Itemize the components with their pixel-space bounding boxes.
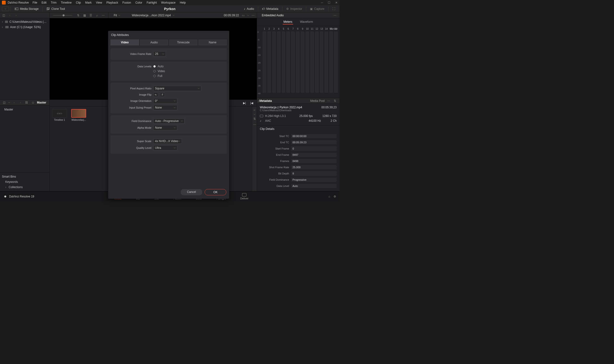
menu-view[interactable]: View xyxy=(96,1,102,4)
clip-item-timeline[interactable]: ▭▭ Timeline 1 xyxy=(52,109,67,121)
chevron-down-icon[interactable] xyxy=(8,102,10,104)
bin-item-master[interactable]: Master xyxy=(0,106,49,113)
menu-mark[interactable]: Mark xyxy=(85,1,92,4)
menu-help[interactable]: Help xyxy=(180,1,186,4)
detail-frames[interactable]: 8498 xyxy=(291,159,337,163)
radio-video[interactable] xyxy=(153,70,156,72)
smart-bin-keywords[interactable]: Keywords xyxy=(2,179,47,184)
flip-v-button[interactable]: ⇵ xyxy=(160,92,165,97)
audio-more-icon[interactable]: ⋯ xyxy=(333,13,337,17)
chevron-down-icon[interactable] xyxy=(254,113,255,115)
audio-channels: 2 Ch xyxy=(331,119,337,122)
more-icon[interactable]: ⋯ xyxy=(327,99,331,103)
field-select[interactable]: Auto - Progressive xyxy=(153,118,184,124)
audio-panel-button[interactable]: ♪ Audio xyxy=(241,6,256,12)
tc-mode-icon[interactable]: ▭ xyxy=(241,13,245,17)
list-view-icon[interactable]: ☰ xyxy=(88,13,93,17)
flip-h-button[interactable]: ⇋ xyxy=(153,92,158,97)
sizing-select[interactable]: None xyxy=(153,105,177,110)
chevron-down-icon[interactable] xyxy=(247,14,249,16)
detail-start-frame[interactable]: 0 xyxy=(291,146,337,151)
viewer-more-icon[interactable]: ⋯ xyxy=(251,13,255,17)
nav-back-icon[interactable]: ‹ xyxy=(8,13,12,17)
nav-fwd-icon[interactable]: › xyxy=(18,100,23,105)
thumb-size-slider[interactable] xyxy=(53,15,72,16)
clone-tool-button[interactable]: Clone Tool xyxy=(44,6,67,12)
sort-icon[interactable]: ⇅ xyxy=(76,13,80,17)
superscale-select[interactable]: 4x NVID...X Video xyxy=(153,139,182,144)
grid-view-icon[interactable]: ▦ xyxy=(82,13,87,17)
filter-icon[interactable]: ◇ xyxy=(31,100,35,105)
prev-clip-icon[interactable]: ▶| xyxy=(242,101,247,105)
menu-file[interactable]: File xyxy=(33,1,37,4)
menu-trim[interactable]: Trim xyxy=(51,1,57,4)
inspector-button[interactable]: ⚙ Inspector xyxy=(284,6,305,12)
minimize-icon[interactable]: ─ xyxy=(321,1,323,4)
more-icon[interactable]: ⋯ xyxy=(101,13,105,17)
menu-fusion[interactable]: Fusion xyxy=(122,1,131,4)
fullscreen-button[interactable]: ⛶ xyxy=(330,6,338,12)
menu-color[interactable]: Color xyxy=(135,1,142,4)
nav-fwd-icon[interactable]: › xyxy=(14,13,18,17)
alpha-select[interactable]: None xyxy=(153,125,177,130)
detail-end-tc[interactable]: 00:05:39:23 xyxy=(291,140,337,144)
tab-waveform[interactable]: Waveform xyxy=(299,20,314,25)
par-select[interactable]: Square xyxy=(153,86,201,91)
dialog-tab-timecode[interactable]: Timecode xyxy=(169,39,198,46)
capture-button[interactable]: ▣ Capture xyxy=(307,6,327,12)
detail-data-level[interactable]: Auto xyxy=(291,184,337,188)
close-icon[interactable]: ✕ xyxy=(335,1,338,4)
maximize-icon[interactable]: ☐ xyxy=(328,1,330,4)
detail-bit-depth[interactable]: 8 xyxy=(291,171,337,176)
frame-rate-select[interactable]: 25 xyxy=(153,51,166,57)
audio-tabs: Meters Waveform xyxy=(257,18,339,26)
sort-icon[interactable]: ⇅ xyxy=(333,99,337,103)
dialog-tab-name[interactable]: Name xyxy=(198,39,227,46)
menu-playback[interactable]: Playback xyxy=(106,1,118,4)
menu-workspace[interactable]: Workspace xyxy=(161,1,176,4)
tree-row[interactable]: › C:\Users\Mateusz\Videos (Usag... xyxy=(0,19,49,25)
detail-field-dom[interactable]: Progressive xyxy=(291,178,337,182)
settings-icon[interactable]: ⚙ xyxy=(334,195,336,198)
chevron-down-icon[interactable] xyxy=(173,14,175,16)
detail-shot-fps[interactable]: 25.000 xyxy=(291,165,337,169)
bin-panel-icon[interactable]: ◫ xyxy=(2,100,6,105)
dialog-tab-video[interactable]: Video xyxy=(110,39,140,46)
embedded-audio-title: Embedded Audio xyxy=(259,13,286,18)
smart-bin-collections[interactable]: ›Collections xyxy=(2,184,47,190)
panel-toggle-icon[interactable]: ◫ xyxy=(1,13,6,17)
tab-meters[interactable]: Meters xyxy=(283,20,293,25)
detail-start-tc[interactable]: 00:00:00:00 xyxy=(291,134,337,138)
menu-edit[interactable]: Edit xyxy=(42,1,47,4)
ok-button[interactable]: OK xyxy=(205,189,226,195)
viewer-timecode[interactable]: 00:05:39:22 xyxy=(224,14,239,17)
zoom-fit-dropdown[interactable]: Fit xyxy=(114,14,120,17)
dialog-tab-audio[interactable]: Audio xyxy=(140,39,169,46)
tree-row[interactable]: › Acer (C:\) (Usage: 51%) xyxy=(0,25,49,30)
link-icon[interactable]: ⛓ xyxy=(25,100,29,105)
menu-timeline[interactable]: Timeline xyxy=(61,1,71,4)
media-storage-button[interactable]: Media Storage xyxy=(12,6,41,12)
cancel-button[interactable]: Cancel xyxy=(181,189,202,195)
radio-full[interactable] xyxy=(153,75,156,77)
dialog-body: Video Frame Rate 25 Data LevelsAuto Vide… xyxy=(108,46,229,158)
clip-item-video[interactable]: Wideorelacj... xyxy=(71,109,86,121)
media-pool-label[interactable]: Media Pool xyxy=(310,99,325,103)
left-panel: › C:\Users\Mateusz\Videos (Usag... › Ace… xyxy=(0,18,50,191)
orientation-select[interactable]: 0° xyxy=(153,98,177,104)
more-icon[interactable]: ⋯ xyxy=(252,122,257,127)
nav-back-icon[interactable]: ‹ xyxy=(12,100,16,105)
metadata-panel-button[interactable]: 🏷 Metadata xyxy=(260,6,281,12)
detail-end-frame[interactable]: 8497 xyxy=(291,153,337,157)
search-icon[interactable]: ⌕ xyxy=(95,13,99,17)
radio-auto[interactable] xyxy=(153,65,156,68)
sort-icon[interactable]: ⇅ xyxy=(252,117,257,121)
menu-clip[interactable]: Clip xyxy=(76,1,81,4)
page-deliver[interactable]: Deliver xyxy=(240,193,248,200)
quality-select[interactable]: Ultra xyxy=(153,145,177,151)
menu-fairlight[interactable]: Fairlight xyxy=(147,1,157,4)
layout-dropdown[interactable] xyxy=(2,7,9,11)
next-clip-icon[interactable]: |◀ xyxy=(250,101,254,105)
home-icon[interactable]: ⌂ xyxy=(328,195,330,198)
search-icon[interactable]: ⌕ xyxy=(252,108,257,112)
